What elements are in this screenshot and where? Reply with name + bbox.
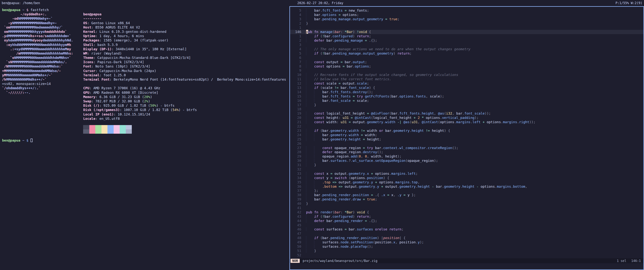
- code-line: 17 }: [290, 103, 644, 107]
- line-number: 39: [292, 197, 301, 202]
- line-number: 6: [292, 56, 301, 60]
- terminal-row: =ss02, monospace:size=14: [2, 82, 290, 86]
- line-number: 44: [292, 219, 301, 223]
- code-line: 51 }: [290, 249, 644, 253]
- line-number: 30: [292, 159, 301, 163]
- line-number: 23: [292, 129, 301, 133]
- code-line: 10 // Recreate fonts if the output scale…: [290, 73, 644, 77]
- line-number: 26: [292, 142, 301, 146]
- palette-swatch: [102, 125, 108, 129]
- code-line: 21 const width: u31 = output.geometry.wi…: [290, 120, 644, 124]
- line-number: 49: [292, 240, 301, 244]
- line-number: 27: [292, 146, 301, 150]
- code-line: 36 .bottom => output.geometry.y + output…: [290, 185, 644, 189]
- code-line: 29 opaque_region.add(0, 0, width, height…: [290, 154, 644, 159]
- code-line: 13 if (scale != bar.font_scale) {: [290, 86, 644, 90]
- line-number: 2: [292, 38, 301, 43]
- status-bar: ben@papua: /home/ben 2026-02-27 20:02, F…: [0, 0, 644, 6]
- palette-swatch: [95, 129, 102, 134]
- block-cursor: p: [306, 30, 308, 34]
- line-number: 18: [292, 107, 301, 111]
- line-number: 1: [292, 26, 301, 30]
- editor-statusline: NOR projects/wayland/beansprout/src/Bar.…: [290, 258, 644, 263]
- palette-swatch: [120, 129, 126, 134]
- code-line: 18: [290, 107, 644, 111]
- terminal-row: ben@papua ~ $ fastfetch: [2, 8, 290, 12]
- line-number: 50: [292, 244, 301, 249]
- code-line: 15 bar.fcft_fonts = try getFcftFonts(bar…: [290, 94, 644, 99]
- palette-swatch: [114, 129, 120, 134]
- line-number: 52: [292, 253, 301, 257]
- line-number: 3: [292, 17, 301, 21]
- code-line: 12 const scale = output.scale;: [290, 81, 644, 86]
- line-number: 21: [292, 120, 301, 124]
- line-number: 8: [292, 64, 301, 69]
- code-line: 20 const height: u31 = @intCast(logical_…: [290, 116, 644, 120]
- code-line: 3: [290, 43, 644, 47]
- line-number: 45: [292, 223, 301, 227]
- editor-pane[interactable]: 5 bar.fcft_fonts = new_fonts;4 bar.optio…: [290, 6, 644, 270]
- code-line: 28 defer opaque_region.destroy();: [290, 150, 644, 154]
- line-number: 11: [292, 77, 301, 81]
- focused-window-title: ben@papua: /home/ben: [2, 0, 40, 6]
- line-number: 5: [292, 51, 301, 56]
- line-number: 19: [292, 111, 301, 116]
- code-line: 3 bar.pending_manage.output_geometry = t…: [290, 17, 644, 21]
- code-line: 38 bar.pending_render.position = .{ .x =…: [290, 193, 644, 197]
- code-line: 52: [290, 253, 644, 257]
- terminal-row: `omMMMMMMMMMMMMNmdmmmmddhhy/`Host: B550 …: [2, 25, 290, 30]
- clock: 2026-02-27 20:02, Friday: [297, 0, 343, 6]
- code-line: 9: [290, 68, 644, 73]
- terminal-row: /mMMMMMMNNNmmmdddhhhhhmMNhs:WM: river (W…: [2, 51, 290, 56]
- palette-swatch: [89, 129, 96, 134]
- code-line: 44 defer bar.pending_render = .{};: [290, 219, 644, 223]
- code-line: 35 .top => output.geometry.y + options.m…: [290, 180, 644, 185]
- line-number: 1: [292, 34, 301, 38]
- palette-swatch: [120, 125, 126, 129]
- terminal-row: `/ohdmmddhys+++/:.`CPU: AMD Ryzen 7 3700…: [2, 86, 290, 90]
- code-line: 2 defer bar.pending_manage = .{};: [290, 38, 644, 43]
- terminal-row: Disk (/opt/games3): 1007.10 GiB / 1.82 T…: [2, 108, 290, 112]
- code-line: 19 const logical_font_height = @divFloor…: [290, 111, 644, 116]
- code-line: 33 const x = output.geometry.x + options…: [290, 172, 644, 176]
- palette-swatch: [126, 129, 132, 134]
- palette-swatch: [108, 125, 114, 129]
- code-line: 6: [290, 56, 644, 60]
- code-line: 14 bar.fcft_fonts.destroy();: [290, 90, 644, 94]
- terminal-row: `-//////:--.GPU: AMD Radeon RX 6800 XT […: [2, 90, 290, 95]
- code-line: 22: [290, 124, 644, 129]
- line-number: 43: [292, 214, 301, 219]
- code-line: 8 const options = bar.options;: [290, 64, 644, 69]
- line-number: 37: [292, 189, 301, 193]
- line-number: 15: [292, 94, 301, 99]
- line-number: 48: [292, 236, 301, 240]
- color-palette-row: [83, 129, 132, 134]
- palette-swatch: [108, 129, 114, 134]
- line-number: 36: [292, 185, 301, 189]
- line-number: 47: [292, 232, 301, 236]
- terminal-row: Disk (/): 925.09 GiB / 1.82 TiB (50%) - …: [2, 103, 290, 108]
- mode-badge: NOR: [290, 259, 300, 263]
- color-palette-row: [83, 125, 132, 129]
- code-line: 7 const output = bar.output;: [290, 60, 644, 64]
- code-line: 23 if (bar.geometry.width != width or ba…: [290, 129, 644, 133]
- code-line: 50 surfaces.node.placeTop();: [290, 244, 644, 249]
- code-line: 4 bar.options = options;: [290, 13, 644, 17]
- palette-swatch: [95, 125, 102, 129]
- line-number: 20: [292, 116, 301, 120]
- line-number: 17: [292, 103, 301, 107]
- line-number: 29: [292, 154, 301, 159]
- code-line: 47: [290, 232, 644, 236]
- palette-swatch: [102, 129, 108, 134]
- terminal-pane[interactable]: ben@papua ~ $ fastfetch -/oyddmdhs+:.ben…: [0, 6, 290, 270]
- line-number: 46: [292, 227, 301, 232]
- code-line: 43 if (!bar.configured) return;: [290, 214, 644, 219]
- terminal-row: -odNMMMMMMMMNNmhy+-`---------: [2, 16, 290, 21]
- line-number: 31: [292, 163, 301, 167]
- code-line: 37 };: [290, 189, 644, 193]
- code-line: 34 const y = switch (options.position) {: [290, 176, 644, 180]
- terminal-row: .:+sydNMMMMNNNmmmdddhhhhhhmMmyDisplay (D…: [2, 47, 290, 51]
- terminal-row: [2, 121, 290, 125]
- palette-swatch: [83, 129, 89, 134]
- line-number: 10: [292, 73, 301, 77]
